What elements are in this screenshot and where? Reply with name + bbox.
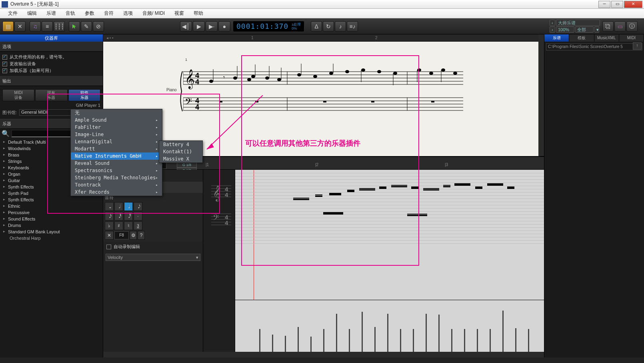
preset-next-icon[interactable]: › xyxy=(550,26,555,33)
flat-icon[interactable]: ♭ xyxy=(105,221,114,230)
play-button[interactable]: ▶ xyxy=(193,21,205,32)
tree-item[interactable]: Standard GM Bank Layout xyxy=(2,229,101,235)
annotation-box-1 xyxy=(47,94,220,214)
menu-编辑[interactable]: 编辑 xyxy=(22,10,42,17)
tree-item[interactable]: Drums xyxy=(2,222,101,229)
velocity-bar[interactable] xyxy=(298,327,299,352)
checkbox-icon[interactable] xyxy=(2,55,7,60)
output-tab-0[interactable]: MIDI设备 xyxy=(2,89,34,101)
scope-arrow-icon[interactable]: ▾ xyxy=(594,26,599,33)
velocity-bar[interactable] xyxy=(400,329,401,352)
close-button[interactable]: ✕ xyxy=(624,1,642,8)
menu-音轨[interactable]: 音轨 xyxy=(61,10,80,17)
loop-icon[interactable]: ↻ xyxy=(323,21,334,32)
velocity-bar[interactable] xyxy=(502,311,504,352)
up-folder-icon[interactable]: ↑ xyxy=(633,42,642,50)
score-vscroll[interactable] xyxy=(538,42,544,156)
velocity-bar[interactable] xyxy=(438,315,440,352)
pianoroll-hscroll[interactable] xyxy=(103,352,544,357)
velocity-bar[interactable] xyxy=(387,314,388,352)
menu-音频/ MIDI[interactable]: 音频/ MIDI xyxy=(138,10,170,17)
scope-dropdown[interactable]: 全部 xyxy=(575,26,594,33)
notes-icon[interactable]: ♫ xyxy=(30,21,41,32)
preset-prev-icon[interactable]: ‹ xyxy=(550,20,555,26)
svg-text:𝄢: 𝄢 xyxy=(213,213,219,224)
info-icon[interactable]: ⓘ xyxy=(626,21,638,32)
menu-乐谱[interactable]: 乐谱 xyxy=(42,10,61,17)
play2-button[interactable]: ▶· xyxy=(206,21,218,32)
velocity-lane[interactable]: 12010080604020 xyxy=(235,300,544,352)
velocity-bar[interactable] xyxy=(336,314,337,352)
copy-icon[interactable]: ⿻ xyxy=(602,21,614,32)
mixer-icon[interactable]: ┆┆┆ xyxy=(54,21,65,32)
auto-record-checkbox[interactable]: 自动录制编辑 xyxy=(103,242,203,251)
master-score-dropdown[interactable]: 大师乐谱 xyxy=(556,20,600,26)
rewind-button[interactable]: ◀│ xyxy=(180,21,192,32)
tools-icon[interactable]: ✕ xyxy=(14,21,26,32)
velocity-bar[interactable] xyxy=(349,329,350,352)
folder-icon[interactable]: ▭ xyxy=(614,21,626,32)
help-icon[interactable]: ? xyxy=(138,231,145,240)
velocity-bar[interactable] xyxy=(323,329,324,352)
velocity-bar[interactable] xyxy=(272,335,273,352)
list-icon[interactable]: ≡ xyxy=(42,21,53,32)
menu-帮助[interactable]: 帮助 xyxy=(189,10,208,17)
gear-icon[interactable]: ⚙ xyxy=(130,231,137,240)
minimize-button[interactable]: ─ xyxy=(598,1,610,8)
library-icon[interactable]: ▤ xyxy=(2,21,14,32)
tree-item[interactable]: Orchestral Harp xyxy=(2,235,101,241)
velocity-dropdown[interactable]: Velocity xyxy=(106,254,200,261)
natural-icon[interactable]: ♮ xyxy=(124,221,133,230)
svg-text:4: 4 xyxy=(225,186,228,193)
tuplet-3[interactable]: 3 xyxy=(134,221,142,230)
menu-选项[interactable]: 选项 xyxy=(118,10,138,17)
pencil-tool[interactable]: ✎ xyxy=(81,21,92,32)
zoom-dropdown[interactable]: 100% xyxy=(556,26,574,33)
metronome-icon[interactable]: Δ xyxy=(311,21,322,32)
option-load-instrument[interactable]: 加载乐器（如果可用） xyxy=(2,68,100,74)
right-tab-MIDI[interactable]: MIDI xyxy=(619,34,644,42)
close-palette-icon[interactable]: ✕ xyxy=(105,231,114,240)
right-tab-模板[interactable]: 模板 xyxy=(569,34,594,42)
svg-text:4: 4 xyxy=(225,214,228,221)
erase-tool[interactable]: ⊘ xyxy=(93,21,104,32)
velocity-bar[interactable] xyxy=(477,329,478,352)
menu-参数[interactable]: 参数 xyxy=(80,10,99,17)
fn-key-label: F8 xyxy=(114,231,129,239)
option-use-file-names[interactable]: 从文件使用的名称，谱号等。 xyxy=(2,54,100,60)
note-input-icon[interactable]: ♪ xyxy=(335,21,346,32)
checkbox-icon[interactable] xyxy=(106,245,111,249)
velocity-bar[interactable] xyxy=(426,314,427,352)
record-button[interactable]: ● xyxy=(218,21,230,32)
velocity-bar[interactable] xyxy=(451,329,452,352)
velocity-bar[interactable] xyxy=(464,329,465,352)
velocity-bar[interactable] xyxy=(413,329,414,352)
velocity-bar[interactable] xyxy=(515,328,516,352)
velocity-bar[interactable] xyxy=(374,327,376,352)
option-change-output[interactable]: 更改输出设备 xyxy=(2,61,100,67)
svg-text:4: 4 xyxy=(195,78,199,86)
checkbox-icon[interactable] xyxy=(2,68,7,73)
maximize-button[interactable]: ▭ xyxy=(611,1,623,8)
search-icon: 🔍 xyxy=(2,130,10,137)
file-path-field[interactable]: C:\Program Files\Sonic Scores\Overture 5… xyxy=(546,43,642,50)
menu-视窗[interactable]: 视窗 xyxy=(170,10,189,17)
velocity-bar[interactable] xyxy=(310,337,312,352)
staff-icon[interactable]: ≡♪ xyxy=(347,21,358,32)
tree-item[interactable]: Sound Effects xyxy=(2,216,101,222)
midi-note[interactable] xyxy=(423,188,439,191)
ruler-scroll[interactable] xyxy=(538,34,544,42)
right-tab-MusicXML[interactable]: MusicXML xyxy=(594,34,619,42)
menu-文件[interactable]: 文件 xyxy=(3,10,22,17)
velocity-bar[interactable] xyxy=(259,329,260,352)
right-tab-乐谱[interactable]: 乐谱 xyxy=(544,34,569,42)
midi-note[interactable] xyxy=(443,185,450,187)
pointer-tool[interactable] xyxy=(69,21,80,32)
menu-音符[interactable]: 音符 xyxy=(99,10,118,17)
velocity-bar[interactable] xyxy=(285,336,286,352)
velocity-bar[interactable] xyxy=(362,312,363,352)
velocity-bar[interactable] xyxy=(528,329,529,352)
sharp-icon[interactable]: ♯ xyxy=(114,221,123,230)
checkbox-icon[interactable] xyxy=(2,62,7,66)
velocity-bar[interactable] xyxy=(490,329,491,352)
